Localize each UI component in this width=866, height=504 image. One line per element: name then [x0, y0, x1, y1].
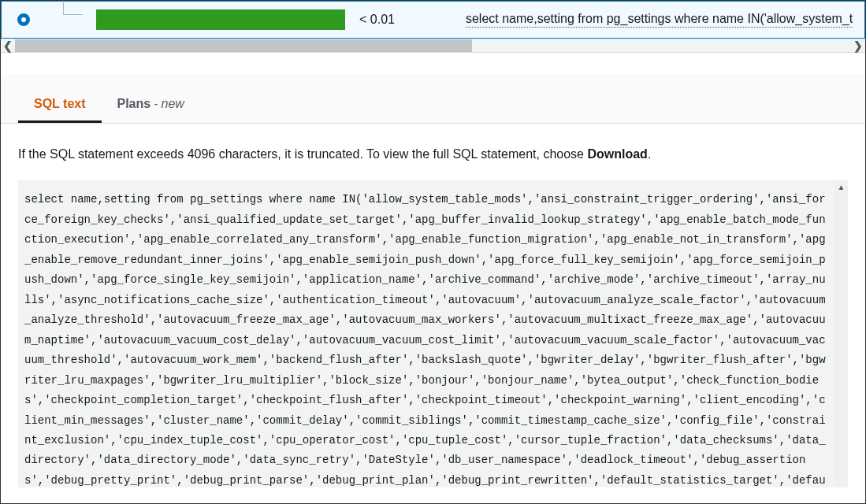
tab-label: SQL text: [34, 97, 86, 111]
radio-selected-icon[interactable]: [17, 13, 30, 26]
scroll-left-icon[interactable]: ❮: [1, 39, 15, 53]
tab-badge-new: new: [162, 97, 184, 111]
sql-code-wrap: select name,setting from pg_settings whe…: [18, 180, 848, 487]
tab-label: Plans: [117, 97, 151, 111]
tab-separator: -: [154, 97, 158, 111]
truncation-notice: If the SQL statement exceeds 4096 charac…: [18, 146, 848, 163]
scroll-thumb[interactable]: [15, 39, 472, 52]
load-bar: [96, 9, 345, 30]
notice-prefix: If the SQL statement exceeds 4096 charac…: [18, 147, 587, 161]
horizontal-scrollbar[interactable]: ❮ ❯: [1, 39, 865, 53]
tabs-bar: SQL text Plans - new: [1, 75, 865, 124]
vertical-scrollbar[interactable]: ▲: [834, 180, 848, 487]
scroll-right-icon[interactable]: ❯: [851, 39, 865, 53]
query-row[interactable]: < 0.01 select name,setting from pg_setti…: [1, 1, 865, 39]
scroll-track[interactable]: [15, 39, 851, 52]
sql-code-block[interactable]: select name,setting from pg_settings whe…: [18, 180, 848, 487]
tab-sql-text[interactable]: SQL text: [18, 87, 102, 123]
sql-preview-link[interactable]: select name,setting from pg_settings whe…: [466, 12, 853, 28]
tab-plans[interactable]: Plans - new: [102, 87, 200, 123]
download-action[interactable]: Download: [587, 147, 647, 161]
cost-value: < 0.01: [359, 13, 395, 27]
content-area: If the SQL statement exceeds 4096 charac…: [1, 124, 865, 487]
notice-suffix: .: [648, 147, 651, 161]
scroll-up-icon[interactable]: ▲: [834, 180, 848, 194]
tree-connector-icon: [39, 4, 87, 35]
